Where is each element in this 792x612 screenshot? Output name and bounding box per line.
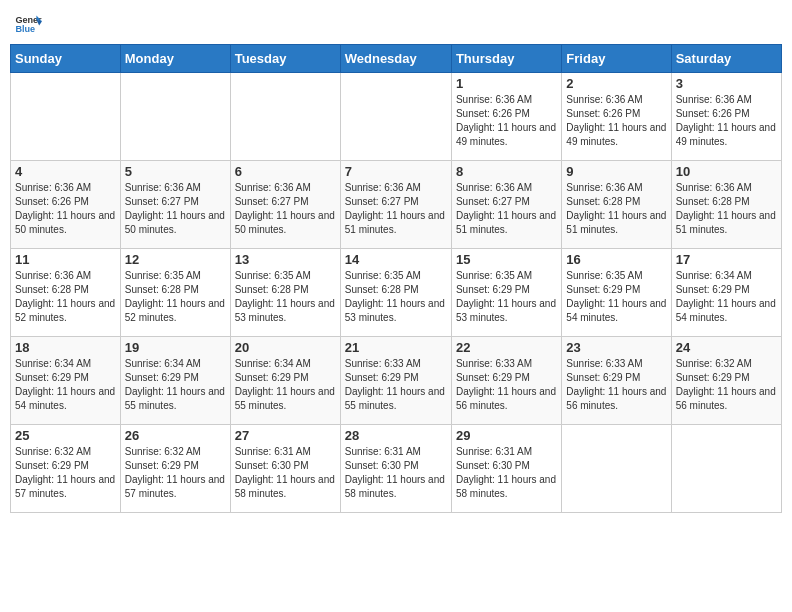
calendar-day-cell: 26Sunrise: 6:32 AMSunset: 6:29 PMDayligh…: [120, 425, 230, 513]
day-info: Sunrise: 6:35 AMSunset: 6:29 PMDaylight:…: [456, 269, 557, 325]
day-info: Sunrise: 6:31 AMSunset: 6:30 PMDaylight:…: [456, 445, 557, 501]
calendar-day-cell: [120, 73, 230, 161]
day-info: Sunrise: 6:33 AMSunset: 6:29 PMDaylight:…: [456, 357, 557, 413]
day-number: 27: [235, 428, 336, 443]
day-info: Sunrise: 6:35 AMSunset: 6:28 PMDaylight:…: [235, 269, 336, 325]
calendar-day-cell: 21Sunrise: 6:33 AMSunset: 6:29 PMDayligh…: [340, 337, 451, 425]
weekday-header-cell: Friday: [562, 45, 671, 73]
day-info: Sunrise: 6:36 AMSunset: 6:27 PMDaylight:…: [235, 181, 336, 237]
day-info: Sunrise: 6:36 AMSunset: 6:28 PMDaylight:…: [15, 269, 116, 325]
day-number: 18: [15, 340, 116, 355]
calendar-week-row: 1Sunrise: 6:36 AMSunset: 6:26 PMDaylight…: [11, 73, 782, 161]
day-info: Sunrise: 6:31 AMSunset: 6:30 PMDaylight:…: [235, 445, 336, 501]
weekday-header-cell: Wednesday: [340, 45, 451, 73]
day-number: 11: [15, 252, 116, 267]
weekday-header-cell: Monday: [120, 45, 230, 73]
day-number: 3: [676, 76, 777, 91]
day-number: 6: [235, 164, 336, 179]
calendar-day-cell: 18Sunrise: 6:34 AMSunset: 6:29 PMDayligh…: [11, 337, 121, 425]
calendar-day-cell: 10Sunrise: 6:36 AMSunset: 6:28 PMDayligh…: [671, 161, 781, 249]
calendar-day-cell: 12Sunrise: 6:35 AMSunset: 6:28 PMDayligh…: [120, 249, 230, 337]
day-info: Sunrise: 6:34 AMSunset: 6:29 PMDaylight:…: [676, 269, 777, 325]
day-number: 5: [125, 164, 226, 179]
day-info: Sunrise: 6:36 AMSunset: 6:27 PMDaylight:…: [345, 181, 447, 237]
weekday-header-cell: Sunday: [11, 45, 121, 73]
calendar-day-cell: [11, 73, 121, 161]
calendar-day-cell: 20Sunrise: 6:34 AMSunset: 6:29 PMDayligh…: [230, 337, 340, 425]
day-info: Sunrise: 6:34 AMSunset: 6:29 PMDaylight:…: [125, 357, 226, 413]
calendar-day-cell: [230, 73, 340, 161]
calendar-day-cell: 11Sunrise: 6:36 AMSunset: 6:28 PMDayligh…: [11, 249, 121, 337]
day-info: Sunrise: 6:36 AMSunset: 6:26 PMDaylight:…: [456, 93, 557, 149]
page-header: General Blue: [10, 10, 782, 38]
day-info: Sunrise: 6:33 AMSunset: 6:29 PMDaylight:…: [345, 357, 447, 413]
calendar-day-cell: 27Sunrise: 6:31 AMSunset: 6:30 PMDayligh…: [230, 425, 340, 513]
calendar-body: 1Sunrise: 6:36 AMSunset: 6:26 PMDaylight…: [11, 73, 782, 513]
day-info: Sunrise: 6:32 AMSunset: 6:29 PMDaylight:…: [676, 357, 777, 413]
day-number: 21: [345, 340, 447, 355]
day-number: 7: [345, 164, 447, 179]
day-info: Sunrise: 6:36 AMSunset: 6:26 PMDaylight:…: [15, 181, 116, 237]
calendar-day-cell: 19Sunrise: 6:34 AMSunset: 6:29 PMDayligh…: [120, 337, 230, 425]
day-info: Sunrise: 6:33 AMSunset: 6:29 PMDaylight:…: [566, 357, 666, 413]
calendar-day-cell: [340, 73, 451, 161]
day-info: Sunrise: 6:36 AMSunset: 6:26 PMDaylight:…: [566, 93, 666, 149]
calendar-day-cell: [562, 425, 671, 513]
day-info: Sunrise: 6:36 AMSunset: 6:27 PMDaylight:…: [456, 181, 557, 237]
calendar-day-cell: 4Sunrise: 6:36 AMSunset: 6:26 PMDaylight…: [11, 161, 121, 249]
calendar-day-cell: 6Sunrise: 6:36 AMSunset: 6:27 PMDaylight…: [230, 161, 340, 249]
calendar-day-cell: [671, 425, 781, 513]
calendar-day-cell: 14Sunrise: 6:35 AMSunset: 6:28 PMDayligh…: [340, 249, 451, 337]
day-info: Sunrise: 6:34 AMSunset: 6:29 PMDaylight:…: [15, 357, 116, 413]
day-number: 26: [125, 428, 226, 443]
calendar-day-cell: 28Sunrise: 6:31 AMSunset: 6:30 PMDayligh…: [340, 425, 451, 513]
calendar-day-cell: 15Sunrise: 6:35 AMSunset: 6:29 PMDayligh…: [451, 249, 561, 337]
day-number: 13: [235, 252, 336, 267]
day-info: Sunrise: 6:36 AMSunset: 6:28 PMDaylight:…: [676, 181, 777, 237]
day-info: Sunrise: 6:36 AMSunset: 6:26 PMDaylight:…: [676, 93, 777, 149]
day-number: 14: [345, 252, 447, 267]
calendar-day-cell: 13Sunrise: 6:35 AMSunset: 6:28 PMDayligh…: [230, 249, 340, 337]
day-number: 8: [456, 164, 557, 179]
day-number: 10: [676, 164, 777, 179]
calendar-day-cell: 2Sunrise: 6:36 AMSunset: 6:26 PMDaylight…: [562, 73, 671, 161]
calendar-week-row: 25Sunrise: 6:32 AMSunset: 6:29 PMDayligh…: [11, 425, 782, 513]
calendar-day-cell: 17Sunrise: 6:34 AMSunset: 6:29 PMDayligh…: [671, 249, 781, 337]
weekday-header-cell: Thursday: [451, 45, 561, 73]
calendar-day-cell: 29Sunrise: 6:31 AMSunset: 6:30 PMDayligh…: [451, 425, 561, 513]
calendar-day-cell: 7Sunrise: 6:36 AMSunset: 6:27 PMDaylight…: [340, 161, 451, 249]
day-info: Sunrise: 6:31 AMSunset: 6:30 PMDaylight:…: [345, 445, 447, 501]
calendar-week-row: 11Sunrise: 6:36 AMSunset: 6:28 PMDayligh…: [11, 249, 782, 337]
calendar-day-cell: 1Sunrise: 6:36 AMSunset: 6:26 PMDaylight…: [451, 73, 561, 161]
day-number: 19: [125, 340, 226, 355]
calendar-day-cell: 8Sunrise: 6:36 AMSunset: 6:27 PMDaylight…: [451, 161, 561, 249]
day-number: 24: [676, 340, 777, 355]
day-info: Sunrise: 6:36 AMSunset: 6:27 PMDaylight:…: [125, 181, 226, 237]
calendar-day-cell: 23Sunrise: 6:33 AMSunset: 6:29 PMDayligh…: [562, 337, 671, 425]
day-info: Sunrise: 6:36 AMSunset: 6:28 PMDaylight:…: [566, 181, 666, 237]
logo-icon: General Blue: [14, 10, 42, 38]
day-number: 22: [456, 340, 557, 355]
day-number: 12: [125, 252, 226, 267]
calendar-week-row: 4Sunrise: 6:36 AMSunset: 6:26 PMDaylight…: [11, 161, 782, 249]
day-number: 9: [566, 164, 666, 179]
day-number: 2: [566, 76, 666, 91]
day-info: Sunrise: 6:35 AMSunset: 6:29 PMDaylight:…: [566, 269, 666, 325]
logo: General Blue: [14, 10, 42, 38]
weekday-header-cell: Tuesday: [230, 45, 340, 73]
day-number: 20: [235, 340, 336, 355]
calendar-day-cell: 22Sunrise: 6:33 AMSunset: 6:29 PMDayligh…: [451, 337, 561, 425]
day-info: Sunrise: 6:35 AMSunset: 6:28 PMDaylight:…: [125, 269, 226, 325]
day-number: 16: [566, 252, 666, 267]
day-number: 25: [15, 428, 116, 443]
day-number: 1: [456, 76, 557, 91]
day-number: 4: [15, 164, 116, 179]
day-info: Sunrise: 6:35 AMSunset: 6:28 PMDaylight:…: [345, 269, 447, 325]
calendar-day-cell: 24Sunrise: 6:32 AMSunset: 6:29 PMDayligh…: [671, 337, 781, 425]
day-number: 29: [456, 428, 557, 443]
day-number: 17: [676, 252, 777, 267]
weekday-header-cell: Saturday: [671, 45, 781, 73]
weekday-header-row: SundayMondayTuesdayWednesdayThursdayFrid…: [11, 45, 782, 73]
calendar-day-cell: 3Sunrise: 6:36 AMSunset: 6:26 PMDaylight…: [671, 73, 781, 161]
calendar-day-cell: 16Sunrise: 6:35 AMSunset: 6:29 PMDayligh…: [562, 249, 671, 337]
